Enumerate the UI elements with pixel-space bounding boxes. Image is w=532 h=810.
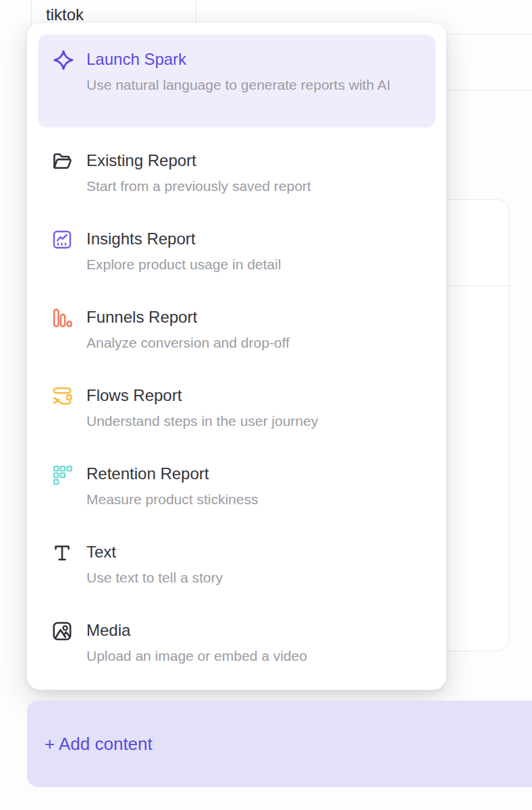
menu-item-subtitle: Start from a previously saved report — [86, 176, 311, 196]
add-content-menu: Launch Spark Use natural language to gen… — [27, 23, 446, 690]
menu-item-subtitle: Use text to tell a story — [86, 568, 223, 588]
add-content-label: + Add content — [45, 734, 153, 755]
menu-item-title: Media — [86, 619, 307, 641]
menu-item-title: Retention Report — [86, 462, 258, 485]
spark-icon — [53, 49, 74, 71]
menu-item-launch-spark[interactable]: Launch Spark Use natural language to gen… — [38, 34, 435, 128]
menu-item-title: Flows Report — [86, 384, 318, 406]
menu-item-subtitle: Measure product stickiness — [86, 489, 258, 510]
background-row-divider-2 — [442, 90, 532, 90]
menu-item-title: Launch Spark — [86, 48, 391, 70]
menu-item-title: Text — [86, 541, 223, 563]
text-icon — [51, 542, 73, 564]
insights-chart-icon — [51, 229, 73, 250]
menu-item-title: Existing Report — [86, 149, 311, 171]
menu-item-insights-report[interactable]: Insights Report Explore product usage in… — [38, 227, 435, 275]
menu-item-flows-report[interactable]: Flows Report Understand steps in the use… — [38, 384, 435, 431]
menu-item-retention-report[interactable]: Retention Report Measure product stickin… — [38, 462, 435, 510]
menu-item-existing-report[interactable]: Existing Report Start from a previously … — [38, 149, 435, 196]
funnel-bars-icon — [51, 307, 73, 329]
menu-item-funnels-report[interactable]: Funnels Report Analyze conversion and dr… — [38, 306, 435, 353]
menu-item-subtitle: Understand steps in the user journey — [86, 411, 318, 431]
menu-item-subtitle: Use natural language to generate reports… — [86, 74, 391, 96]
media-icon — [51, 620, 73, 642]
menu-item-media[interactable]: Media Upload an image or embed a video — [38, 619, 435, 666]
add-content-button[interactable]: + Add content — [27, 701, 532, 787]
folder-open-icon — [51, 151, 73, 172]
menu-item-subtitle: Explore product usage in detail — [86, 254, 281, 275]
menu-item-title: Insights Report — [86, 227, 281, 250]
background-partial-label: tiktok — [46, 5, 84, 24]
retention-grid-icon — [51, 464, 73, 485]
background-card-edge — [31, 0, 32, 27]
menu-item-subtitle: Upload an image or embed a video — [86, 646, 307, 666]
menu-item-subtitle: Analyze conversion and drop-off — [86, 333, 290, 353]
menu-item-text[interactable]: Text Use text to tell a story — [38, 541, 435, 588]
menu-item-title: Funnels Report — [86, 306, 290, 328]
flows-icon — [51, 385, 73, 407]
